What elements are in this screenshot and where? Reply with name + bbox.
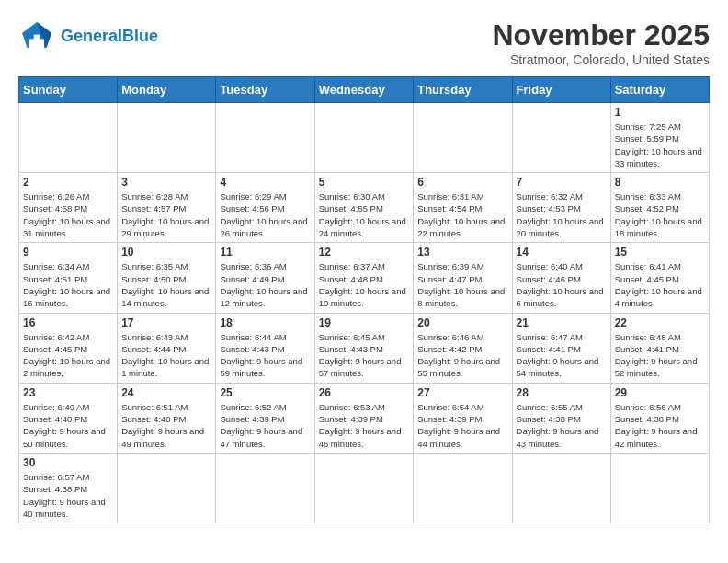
day-number: 28 bbox=[517, 386, 607, 399]
day-cell: 15Sunrise: 6:41 AM Sunset: 4:45 PM Dayli… bbox=[610, 243, 709, 313]
day-info: Sunrise: 6:34 AM Sunset: 4:51 PM Dayligh… bbox=[23, 260, 113, 309]
day-number: 27 bbox=[417, 386, 507, 399]
day-info: Sunrise: 6:54 AM Sunset: 4:39 PM Dayligh… bbox=[417, 401, 507, 450]
day-number: 19 bbox=[319, 316, 410, 329]
day-cell: 6Sunrise: 6:31 AM Sunset: 4:54 PM Daylig… bbox=[414, 173, 512, 243]
day-cell: 7Sunrise: 6:32 AM Sunset: 4:53 PM Daylig… bbox=[512, 173, 610, 243]
day-info: Sunrise: 6:35 AM Sunset: 4:50 PM Dayligh… bbox=[121, 260, 211, 309]
day-cell: 4Sunrise: 6:29 AM Sunset: 4:56 PM Daylig… bbox=[216, 173, 314, 243]
day-cell bbox=[216, 453, 314, 523]
day-cell: 23Sunrise: 6:49 AM Sunset: 4:40 PM Dayli… bbox=[19, 383, 118, 453]
weekday-header-row: SundayMondayTuesdayWednesdayThursdayFrid… bbox=[19, 77, 710, 103]
day-number: 22 bbox=[615, 316, 705, 329]
day-cell: 18Sunrise: 6:44 AM Sunset: 4:43 PM Dayli… bbox=[216, 313, 314, 383]
day-cell: 16Sunrise: 6:42 AM Sunset: 4:45 PM Dayli… bbox=[19, 313, 118, 383]
day-number: 23 bbox=[23, 386, 113, 399]
day-info: Sunrise: 6:31 AM Sunset: 4:54 PM Dayligh… bbox=[417, 190, 507, 239]
week-row-6: 30Sunrise: 6:57 AM Sunset: 4:38 PM Dayli… bbox=[19, 453, 710, 523]
day-number: 3 bbox=[121, 176, 211, 189]
week-row-4: 16Sunrise: 6:42 AM Sunset: 4:45 PM Dayli… bbox=[19, 313, 710, 383]
title-block: November 2025 Stratmoor, Colorado, Unite… bbox=[492, 18, 710, 67]
day-cell: 12Sunrise: 6:37 AM Sunset: 4:48 PM Dayli… bbox=[314, 243, 414, 313]
day-number: 10 bbox=[121, 246, 211, 259]
day-cell: 3Sunrise: 6:28 AM Sunset: 4:57 PM Daylig… bbox=[118, 173, 216, 243]
day-info: Sunrise: 6:48 AM Sunset: 4:41 PM Dayligh… bbox=[615, 331, 705, 380]
weekday-header-thursday: Thursday bbox=[414, 77, 512, 103]
day-info: Sunrise: 6:56 AM Sunset: 4:38 PM Dayligh… bbox=[615, 401, 705, 450]
day-info: Sunrise: 6:57 AM Sunset: 4:38 PM Dayligh… bbox=[23, 471, 113, 520]
day-cell: 30Sunrise: 6:57 AM Sunset: 4:38 PM Dayli… bbox=[19, 453, 118, 523]
day-info: Sunrise: 6:42 AM Sunset: 4:45 PM Dayligh… bbox=[23, 331, 113, 380]
day-number: 1 bbox=[615, 106, 705, 119]
logo: GeneralBlue bbox=[18, 18, 158, 55]
week-row-1: 1Sunrise: 7:25 AM Sunset: 5:59 PM Daylig… bbox=[19, 103, 710, 173]
logo-blue: Blue bbox=[122, 27, 158, 45]
week-row-3: 9Sunrise: 6:34 AM Sunset: 4:51 PM Daylig… bbox=[19, 243, 710, 313]
day-cell: 1Sunrise: 7:25 AM Sunset: 5:59 PM Daylig… bbox=[610, 103, 709, 173]
day-number: 12 bbox=[319, 246, 410, 259]
day-info: Sunrise: 6:37 AM Sunset: 4:48 PM Dayligh… bbox=[319, 260, 410, 309]
weekday-header-saturday: Saturday bbox=[610, 77, 709, 103]
month-title: November 2025 bbox=[492, 18, 710, 52]
day-cell bbox=[314, 453, 414, 523]
day-number: 25 bbox=[220, 386, 310, 399]
day-number: 7 bbox=[517, 176, 607, 189]
day-number: 11 bbox=[220, 246, 310, 259]
day-cell bbox=[414, 453, 512, 523]
day-number: 18 bbox=[220, 316, 310, 329]
day-info: Sunrise: 6:51 AM Sunset: 4:40 PM Dayligh… bbox=[121, 401, 211, 450]
day-number: 16 bbox=[23, 316, 113, 329]
day-number: 24 bbox=[121, 386, 211, 399]
day-cell: 11Sunrise: 6:36 AM Sunset: 4:49 PM Dayli… bbox=[216, 243, 314, 313]
logo-general: General bbox=[61, 27, 122, 45]
day-cell: 10Sunrise: 6:35 AM Sunset: 4:50 PM Dayli… bbox=[118, 243, 216, 313]
day-cell bbox=[414, 103, 512, 173]
weekday-header-wednesday: Wednesday bbox=[314, 77, 414, 103]
day-number: 15 bbox=[615, 246, 705, 259]
day-info: Sunrise: 6:44 AM Sunset: 4:43 PM Dayligh… bbox=[220, 331, 310, 380]
weekday-header-monday: Monday bbox=[118, 77, 216, 103]
day-cell bbox=[118, 103, 216, 173]
page-header: GeneralBlue November 2025 Stratmoor, Col… bbox=[18, 18, 710, 67]
day-number: 29 bbox=[615, 386, 705, 399]
day-cell: 9Sunrise: 6:34 AM Sunset: 4:51 PM Daylig… bbox=[19, 243, 118, 313]
day-cell: 2Sunrise: 6:26 AM Sunset: 4:58 PM Daylig… bbox=[19, 173, 118, 243]
day-number: 21 bbox=[517, 316, 607, 329]
week-row-2: 2Sunrise: 6:26 AM Sunset: 4:58 PM Daylig… bbox=[19, 173, 710, 243]
day-info: Sunrise: 6:43 AM Sunset: 4:44 PM Dayligh… bbox=[121, 331, 211, 380]
day-cell bbox=[118, 453, 216, 523]
day-info: Sunrise: 6:49 AM Sunset: 4:40 PM Dayligh… bbox=[23, 401, 113, 450]
day-cell: 28Sunrise: 6:55 AM Sunset: 4:38 PM Dayli… bbox=[512, 383, 610, 453]
day-info: Sunrise: 6:29 AM Sunset: 4:56 PM Dayligh… bbox=[220, 190, 310, 239]
day-cell bbox=[512, 103, 610, 173]
day-cell: 26Sunrise: 6:53 AM Sunset: 4:39 PM Dayli… bbox=[314, 383, 414, 453]
day-cell bbox=[512, 453, 610, 523]
svg-rect-3 bbox=[34, 35, 40, 40]
logo-icon bbox=[18, 18, 55, 55]
day-cell: 8Sunrise: 6:33 AM Sunset: 4:52 PM Daylig… bbox=[610, 173, 709, 243]
day-info: Sunrise: 6:47 AM Sunset: 4:41 PM Dayligh… bbox=[517, 331, 607, 380]
location-title: Stratmoor, Colorado, United States bbox=[492, 52, 710, 67]
week-row-5: 23Sunrise: 6:49 AM Sunset: 4:40 PM Dayli… bbox=[19, 383, 710, 453]
day-info: Sunrise: 6:30 AM Sunset: 4:55 PM Dayligh… bbox=[319, 190, 410, 239]
day-info: Sunrise: 6:36 AM Sunset: 4:49 PM Dayligh… bbox=[220, 260, 310, 309]
day-info: Sunrise: 6:26 AM Sunset: 4:58 PM Dayligh… bbox=[23, 190, 113, 239]
day-number: 8 bbox=[615, 176, 705, 189]
day-number: 20 bbox=[417, 316, 507, 329]
day-cell: 25Sunrise: 6:52 AM Sunset: 4:39 PM Dayli… bbox=[216, 383, 314, 453]
day-number: 30 bbox=[23, 456, 113, 469]
day-cell: 29Sunrise: 6:56 AM Sunset: 4:38 PM Dayli… bbox=[610, 383, 709, 453]
day-info: Sunrise: 6:33 AM Sunset: 4:52 PM Dayligh… bbox=[615, 190, 705, 239]
weekday-header-sunday: Sunday bbox=[19, 77, 118, 103]
day-info: Sunrise: 6:40 AM Sunset: 4:46 PM Dayligh… bbox=[517, 260, 607, 309]
calendar: SundayMondayTuesdayWednesdayThursdayFrid… bbox=[18, 76, 710, 523]
day-number: 17 bbox=[121, 316, 211, 329]
day-cell: 22Sunrise: 6:48 AM Sunset: 4:41 PM Dayli… bbox=[610, 313, 709, 383]
day-cell: 21Sunrise: 6:47 AM Sunset: 4:41 PM Dayli… bbox=[512, 313, 610, 383]
day-info: Sunrise: 6:46 AM Sunset: 4:42 PM Dayligh… bbox=[417, 331, 507, 380]
day-info: Sunrise: 6:41 AM Sunset: 4:45 PM Dayligh… bbox=[615, 260, 705, 309]
day-number: 14 bbox=[517, 246, 607, 259]
day-cell: 20Sunrise: 6:46 AM Sunset: 4:42 PM Dayli… bbox=[414, 313, 512, 383]
day-info: Sunrise: 6:45 AM Sunset: 4:43 PM Dayligh… bbox=[319, 331, 410, 380]
day-cell bbox=[610, 453, 709, 523]
